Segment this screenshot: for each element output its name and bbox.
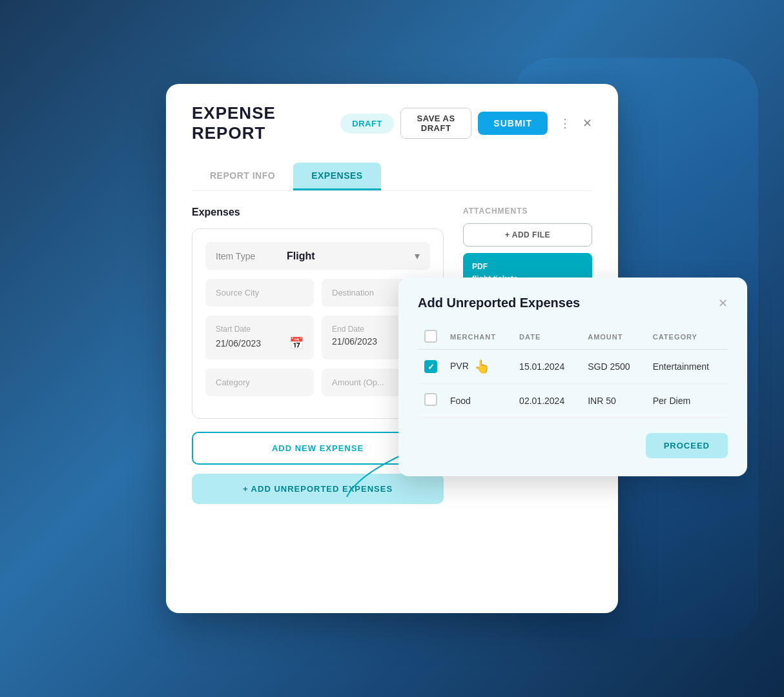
category-input[interactable]: Category [205,369,314,396]
row1-checkbox[interactable] [424,360,437,373]
tab-expenses[interactable]: EXPENSES [293,163,380,190]
header-actions: DRAFT SAVE AS DRAFT SUBMIT ⋮ ✕ [340,108,592,139]
th-category: CATEGORY [646,325,728,350]
draft-status-badge[interactable]: DRAFT [340,114,394,134]
end-date-label: End Date [332,325,364,334]
end-date-value: 21/06/2023 [332,336,377,347]
attachments-title: ATTACHMENTS [463,207,592,216]
cursor-icon: 👆 [474,359,490,374]
row2-date: 02.01.2024 [513,384,581,418]
row2-category: Per Diem [646,384,728,418]
row2-merchant: Food [444,384,513,418]
add-file-button[interactable]: + ADD FILE [463,223,592,247]
header: EXPENSE REPORT DRAFT SAVE AS DRAFT SUBMI… [192,103,592,143]
row1-date: 15.01.2024 [513,350,581,384]
submit-button[interactable]: SUBMIT [478,112,548,135]
table-row: Food 02.01.2024 INR 50 Per Diem [418,384,728,418]
table-row: PVR 👆 15.01.2024 SGD 2500 Entertainment [418,350,728,384]
more-menu-icon[interactable]: ⋮ [554,114,576,133]
row1-amount: SGD 2500 [581,350,646,384]
expenses-section-title: Expenses [192,207,444,218]
date-row: Start Date 21/06/2023 📅 End Date 21/06/2… [205,316,430,359]
th-checkbox [418,325,444,350]
proceed-button[interactable]: PROCEED [646,433,728,458]
expenses-table: MERCHANT DATE AMOUNT CATEGORY PVR 👆 [418,325,728,418]
th-merchant: MERCHANT [444,325,513,350]
source-city-input[interactable]: Source City [205,279,314,307]
start-date-value: 21/06/2023 [216,338,261,348]
table-header-row: MERCHANT DATE AMOUNT CATEGORY [418,325,728,350]
row2-amount: INR 50 [581,384,646,418]
attachment-type: PDF [472,261,583,273]
save-draft-button[interactable]: SAVE AS DRAFT [400,108,471,139]
row2-checkbox[interactable] [424,393,437,406]
th-date: DATE [513,325,581,350]
add-unreported-expenses-button[interactable]: + ADD UNREPORTED EXPENSES [192,474,444,504]
tabs: REPORT INFO EXPENSES [192,163,592,191]
item-type-value: Flight [287,250,415,262]
page-title: EXPENSE REPORT [192,103,340,143]
start-date-input[interactable]: Start Date 21/06/2023 📅 [205,316,314,359]
select-all-checkbox[interactable] [424,330,437,343]
start-date-label: Start Date [216,325,251,334]
popup-close-button[interactable]: ✕ [718,296,728,310]
row2-checkbox-cell [418,384,444,418]
row1-category: Entertainment [646,350,728,384]
source-destination-row: Source City Destination [205,279,430,307]
chevron-down-icon: ▾ [415,250,420,262]
item-type-row[interactable]: Item Type Flight ▾ [205,242,430,270]
row1-checkbox-cell [418,350,444,384]
category-amount-row: Category Amount (Op... [205,369,430,396]
popup-header: Add Unreported Expenses ✕ [418,296,728,310]
calendar-icon: 📅 [289,336,304,350]
tab-report-info[interactable]: REPORT INFO [192,163,293,190]
main-card: EXPENSE REPORT DRAFT SAVE AS DRAFT SUBMI… [166,84,618,613]
th-amount: AMOUNT [581,325,646,350]
close-icon[interactable]: ✕ [583,116,592,130]
row1-merchant: PVR 👆 [444,350,513,384]
unreported-expenses-popup: Add Unreported Expenses ✕ MERCHANT DATE … [398,278,747,476]
item-type-label: Item Type [216,251,287,261]
popup-title: Add Unreported Expenses [418,296,580,310]
popup-footer: PROCEED [418,433,728,458]
